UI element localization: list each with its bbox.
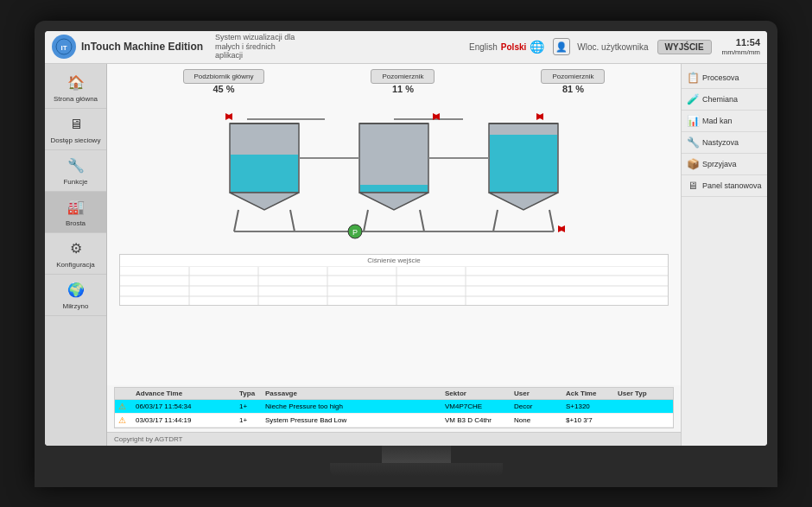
- center-area: Podzbiornik główny 45 % Pozomierznik 11 …: [107, 64, 681, 446]
- alarm-row-2[interactable]: ⚠ 03/03/17 11:44:19 1+ System Pressure B…: [115, 414, 673, 428]
- header-title: InTouch Machine Edition: [81, 41, 203, 53]
- monitor-outer: IT InTouch Machine Edition System wizual…: [35, 21, 777, 487]
- lang-icon: 🌐: [530, 40, 544, 54]
- lang-english[interactable]: English: [469, 42, 498, 52]
- warn-icon-2: ⚠: [118, 415, 136, 425]
- tanks-svg: P: [121, 98, 667, 249]
- sidebar-right: 📋 Procesova 🧪 Chemiana 📊 Mad kan 🔧 Nasty…: [681, 64, 767, 446]
- alarm-row-1[interactable]: ⚠ 06/03/17 11:54:34 1+ Nieche Pressure t…: [115, 400, 673, 414]
- header-username: Wloc. użytkownika: [577, 42, 648, 52]
- lang-polski[interactable]: Polski: [501, 42, 526, 52]
- sidebar-item-funkcje[interactable]: 🔧 Funkcje: [45, 150, 106, 192]
- user-icon: 👤: [553, 38, 570, 55]
- sidebar-item-dostep[interactable]: 🖥 Dostęp sieciowy: [45, 109, 106, 150]
- alarm-header: Advance Time Typa Passavge Sektor User A…: [115, 388, 673, 400]
- sidebar-right-procesova[interactable]: 📋 Procesova: [682, 67, 767, 89]
- tank2-value: 11 %: [371, 84, 435, 94]
- warn-icon-1: ⚠: [118, 402, 136, 411]
- home-icon: 🏠: [66, 73, 86, 93]
- factory-icon: 🏭: [66, 197, 86, 218]
- process-area: Podzbiornik główny 45 % Pozomierznik 11 …: [107, 64, 681, 385]
- gear-icon: ⚙: [66, 238, 86, 259]
- svg-marker-25: [489, 193, 558, 210]
- tank2-label-box: Pozomierznik: [371, 69, 435, 84]
- header-subtitle: System wizualizacji dla małych i średnic…: [215, 33, 301, 60]
- sidebar-right-panel[interactable]: 🖥 Panel stanowova: [682, 175, 767, 197]
- svg-text:IT: IT: [60, 44, 67, 52]
- stand-neck: [382, 446, 451, 463]
- svg-line-21: [420, 210, 424, 231]
- svg-rect-16: [359, 124, 428, 193]
- header-logo: IT: [52, 35, 76, 59]
- tank3-value: 81 %: [541, 84, 605, 94]
- svg-marker-19: [359, 193, 428, 210]
- svg-rect-11: [231, 155, 298, 192]
- chart-title: Ciśnienie wejście: [120, 255, 668, 267]
- alarm-table: Advance Time Typa Passavge Sektor User A…: [114, 387, 674, 428]
- tank1-label-box: Podzbiornik główny: [183, 69, 265, 84]
- svg-marker-13: [230, 193, 299, 210]
- sidebar-right-mad-kan[interactable]: 📊 Mad kan: [682, 111, 767, 132]
- box-icon: 📦: [687, 158, 699, 170]
- sidebar-item-miirzyne[interactable]: 🌍 Miłrzyno: [45, 275, 106, 316]
- sidebar-item-brosta[interactable]: 🏭 Brosta: [45, 192, 106, 233]
- monitor-icon: 🖥: [687, 180, 699, 192]
- globe-icon: 🌍: [66, 280, 86, 301]
- stand-base: [330, 463, 503, 477]
- wrench-icon: 🔧: [687, 136, 699, 149]
- bottom-bar: Copyright by AGTDRT: [107, 432, 681, 446]
- clipboard-icon: 📋: [687, 72, 699, 84]
- header-time: 11:54 mm/mm/mm: [722, 37, 760, 57]
- network-icon: 🖥: [66, 114, 86, 135]
- sidebar-left: 🏠 Strona główna 🖥 Dostęp sieciowy 🔧 Funk…: [45, 64, 107, 446]
- svg-rect-17: [360, 185, 428, 192]
- flask-icon: 🧪: [687, 93, 699, 105]
- header: IT InTouch Machine Edition System wizual…: [45, 31, 767, 64]
- sidebar-item-konfiguracja[interactable]: ⚙ Konfiguracja: [45, 233, 106, 275]
- svg-text:P: P: [352, 228, 358, 237]
- svg-line-15: [290, 210, 295, 231]
- svg-line-26: [493, 210, 498, 231]
- sidebar-right-nastyzova[interactable]: 🔧 Nastyzova: [682, 132, 767, 154]
- login-button[interactable]: WYJŚCIE: [657, 40, 712, 54]
- tank1-value: 45 %: [183, 84, 265, 94]
- sidebar-right-chemiana[interactable]: 🧪 Chemiana: [682, 89, 767, 111]
- svg-line-14: [234, 210, 238, 231]
- screen: IT InTouch Machine Edition System wizual…: [45, 31, 767, 446]
- sidebar-right-sprzyjava[interactable]: 📦 Sprzyjava: [682, 154, 767, 175]
- chart-icon: 📊: [687, 115, 699, 127]
- svg-rect-23: [490, 135, 557, 192]
- chart-area: Ciśnienie wejście: [119, 254, 669, 306]
- svg-line-27: [549, 210, 554, 231]
- tools-icon: 🔧: [66, 155, 86, 176]
- tank3-label-box: Pozomierznik: [541, 69, 605, 84]
- svg-line-20: [364, 210, 368, 231]
- sidebar-item-strona-glowna[interactable]: 🏠 Strona główna: [45, 67, 106, 109]
